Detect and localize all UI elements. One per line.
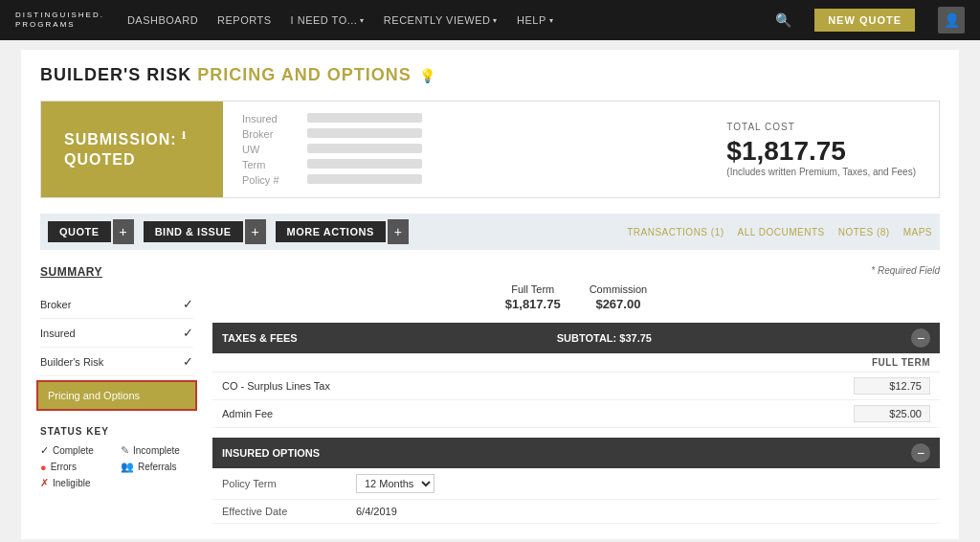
taxes-fees-header: Taxes & Fees Subtotal: $37.75 − xyxy=(212,323,940,353)
status-complete: ✓ Complete xyxy=(40,444,113,457)
complete-icon: ✓ xyxy=(40,444,49,457)
broker-value-blurred xyxy=(307,128,422,138)
nav-help[interactable]: HELP ▾ xyxy=(517,14,553,26)
status-incomplete: ✎ Incomplete xyxy=(121,444,193,457)
policy-term-select[interactable]: 12 Months 6 Months 3 Months xyxy=(356,474,434,493)
broker-check-icon: ✓ xyxy=(183,297,193,311)
full-term-col: Full Term $1,817.75 xyxy=(505,283,561,311)
quote-plus-button[interactable]: + xyxy=(113,219,134,244)
lightbulb-icon[interactable]: 💡 xyxy=(419,68,435,83)
total-cost-value: $1,817.75 xyxy=(726,136,916,167)
effective-date-value: 6/4/2019 xyxy=(356,506,397,517)
incomplete-icon: ✎ xyxy=(121,444,129,457)
search-icon[interactable]: 🔍 xyxy=(775,12,791,28)
action-bar: QUOTE + BIND & ISSUE + MORE ACTIONS + TR… xyxy=(40,214,940,250)
right-links: TRANSACTIONS (1) ALL DOCUMENTS NOTES (8)… xyxy=(627,227,932,237)
taxes-fees-title: Taxes & Fees xyxy=(222,332,298,344)
broker-row: Broker xyxy=(242,128,684,140)
admin-fee-row: Admin Fee $25.00 xyxy=(212,400,940,428)
insured-row: Insured xyxy=(242,113,684,124)
body-layout: SUMMARY Broker ✓ Insured ✓ Builder's Ris… xyxy=(40,265,940,524)
status-errors: ● Errors xyxy=(40,461,113,473)
page-title-section: BUILDER'S RISK PRICING AND OPTIONS 💡 xyxy=(40,65,940,85)
insured-options-section: Insured Options − Policy Term 12 Months … xyxy=(212,438,940,524)
sidebar-item-insured[interactable]: Insured ✓ xyxy=(40,319,193,348)
full-term-value: $1,817.75 xyxy=(505,297,561,311)
bind-issue-button[interactable]: BIND & ISSUE xyxy=(144,221,243,242)
more-actions-button[interactable]: MORE ACTIONS xyxy=(276,221,386,242)
summary-row: Full Term $1,817.75 Commission $267.00 xyxy=(212,283,940,311)
sidebar-item-builders-risk[interactable]: Builder's Risk ✓ xyxy=(40,348,193,376)
status-key: STATUS KEY ✓ Complete ✎ Incomplete ● Err… xyxy=(40,426,193,489)
full-term-label: Full Term xyxy=(505,283,561,295)
total-cost-note: (Includes written Premium, Taxes, and Fe… xyxy=(726,167,916,177)
builders-risk-check-icon: ✓ xyxy=(183,354,193,369)
term-row: Term xyxy=(242,159,684,170)
transactions-link[interactable]: TRANSACTIONS (1) xyxy=(627,227,724,237)
right-content: * Required Field Full Term $1,817.75 Com… xyxy=(212,265,940,524)
nav-reports[interactable]: REPORTS xyxy=(217,14,271,26)
referrals-icon: 👥 xyxy=(121,461,134,473)
status-grid: ✓ Complete ✎ Incomplete ● Errors 👥 Refer… xyxy=(40,444,193,489)
submission-status-box: SUBMISSION: ℹ QUOTED xyxy=(41,102,223,197)
submission-info-card: SUBMISSION: ℹ QUOTED Insured Broker UW T… xyxy=(40,101,940,198)
nav-recently-viewed[interactable]: RECENTLY VIEWED ▾ xyxy=(384,14,498,26)
submission-details: Insured Broker UW Term Policy # xyxy=(223,102,703,197)
insured-check-icon: ✓ xyxy=(183,326,193,340)
submission-status: QUOTED xyxy=(64,150,200,170)
insured-options-header: Insured Options − xyxy=(212,438,940,468)
notes-link[interactable]: NOTES (8) xyxy=(838,227,890,237)
effective-date-row: Effective Date 6/4/2019 xyxy=(212,500,940,524)
admin-fee-value: $25.00 xyxy=(854,405,930,422)
sidebar-item-pricing-options[interactable]: Pricing and Options xyxy=(36,380,197,411)
ineligible-icon: ✗ xyxy=(40,477,49,489)
term-value-blurred xyxy=(307,159,422,169)
taxes-fees-section: Taxes & Fees Subtotal: $37.75 − Full Ter… xyxy=(212,323,940,428)
user-icon[interactable]: 👤 xyxy=(938,7,965,34)
insured-options-title: Insured Options xyxy=(222,447,320,459)
total-cost-label: TOTAL COST xyxy=(726,122,916,132)
policy-term-row: Policy Term 12 Months 6 Months 3 Months xyxy=(212,468,940,500)
surplus-lines-tax-row: CO - Surplus Lines Tax $12.75 xyxy=(212,373,940,400)
required-note: * Required Field xyxy=(212,265,940,276)
policy-row: Policy # xyxy=(242,174,684,186)
total-cost-section: TOTAL COST $1,817.75 (Includes written P… xyxy=(703,102,939,197)
more-actions-plus-button[interactable]: + xyxy=(388,219,409,244)
status-referrals: 👥 Referrals xyxy=(121,461,193,473)
top-navigation: DISTINGUISHED. PROGRAMS DASHBOARD REPORT… xyxy=(0,0,980,40)
admin-fee-label: Admin Fee xyxy=(222,408,273,419)
insured-options-collapse-button[interactable]: − xyxy=(911,443,930,463)
main-content: BUILDER'S RISK PRICING AND OPTIONS 💡 SUB… xyxy=(21,50,959,539)
all-documents-link[interactable]: ALL DOCUMENTS xyxy=(738,227,825,237)
nav-links: DASHBOARD REPORTS I NEED TO... ▾ RECENTL… xyxy=(127,14,752,26)
insured-value-blurred xyxy=(307,113,422,123)
commission-label: Commission xyxy=(590,283,648,295)
policy-value-blurred xyxy=(307,174,422,184)
commission-col: Commission $267.00 xyxy=(590,283,648,311)
status-key-title: STATUS KEY xyxy=(40,426,193,437)
logo: DISTINGUISHED. PROGRAMS xyxy=(15,11,104,29)
status-ineligible: ✗ Ineligible xyxy=(40,477,113,489)
surplus-lines-label: CO - Surplus Lines Tax xyxy=(222,380,330,392)
summary-title: SUMMARY xyxy=(40,265,193,279)
effective-date-label: Effective Date xyxy=(222,506,356,517)
nav-i-need-to[interactable]: I NEED TO... ▾ xyxy=(291,14,365,26)
sidebar-item-broker[interactable]: Broker ✓ xyxy=(40,290,193,319)
quote-button[interactable]: QUOTE xyxy=(48,221,111,242)
surplus-lines-value: $12.75 xyxy=(854,377,930,395)
taxes-fees-subtotal: Subtotal: $37.75 xyxy=(557,332,652,344)
left-sidebar: SUMMARY Broker ✓ Insured ✓ Builder's Ris… xyxy=(40,265,193,524)
taxes-col-header: Full Term xyxy=(212,353,940,373)
commission-value: $267.00 xyxy=(590,297,648,311)
bind-plus-button[interactable]: + xyxy=(245,219,266,244)
taxes-fees-collapse-button[interactable]: − xyxy=(911,328,930,348)
uw-row: UW xyxy=(242,144,684,155)
errors-icon: ● xyxy=(40,462,47,473)
nav-dashboard[interactable]: DASHBOARD xyxy=(127,14,198,26)
policy-term-label: Policy Term xyxy=(222,478,356,489)
submission-label: SUBMISSION: ℹ xyxy=(64,129,200,150)
maps-link[interactable]: MAPS xyxy=(903,227,932,237)
new-quote-button[interactable]: NEW QUOTE xyxy=(814,9,915,32)
page-title: BUILDER'S RISK PRICING AND OPTIONS xyxy=(40,65,412,85)
uw-value-blurred xyxy=(307,144,422,153)
